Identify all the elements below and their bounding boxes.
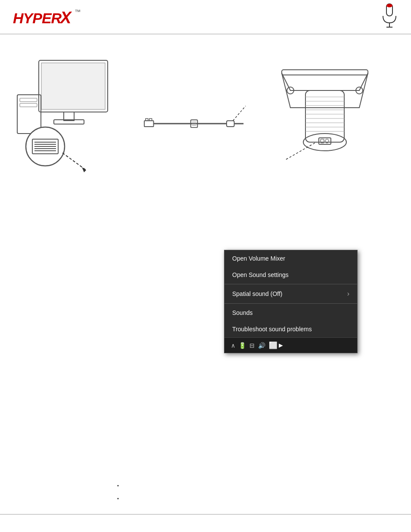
taskbar-network-icon: ⊟	[249, 342, 255, 349]
mic-detail-svg	[269, 56, 381, 185]
menu-item-label: Open Sound settings	[232, 271, 289, 278]
taskbar-chevron-icon: ∧	[231, 342, 235, 349]
taskbar-volume-icon: 🔊	[258, 342, 265, 349]
menu-item-open-sound-settings[interactable]: Open Sound settings	[224, 267, 357, 283]
menu-item-label: Sounds	[232, 309, 252, 316]
svg-rect-31	[227, 121, 234, 127]
cable-area	[142, 43, 269, 207]
svg-text:™: ™	[75, 8, 81, 15]
submenu-arrow-icon: ›	[347, 290, 349, 298]
svg-marker-22	[82, 167, 86, 172]
menu-item-sounds[interactable]: Sounds	[224, 305, 357, 321]
svg-rect-23	[144, 121, 154, 127]
menu-item-open-volume-mixer[interactable]: Open Volume Mixer	[224, 250, 357, 267]
svg-text:HYPER: HYPER	[13, 10, 62, 26]
sound-context-menu: Open Volume Mixer Open Sound settings Sp…	[224, 250, 358, 353]
annotation-dot-1: ·	[116, 478, 120, 492]
svg-text:X: X	[59, 9, 72, 27]
menu-divider-2	[224, 303, 357, 304]
hyperx-logo-svg: HYPER X ™	[13, 6, 82, 28]
svg-rect-8	[41, 63, 105, 109]
svg-rect-34	[282, 70, 368, 75]
menu-item-label: Open Volume Mixer	[232, 255, 285, 262]
annotation-dot-2: ·	[116, 491, 120, 505]
svg-rect-37	[305, 90, 344, 142]
svg-rect-13	[20, 103, 37, 107]
svg-rect-6	[386, 4, 392, 7]
page-header: HYPER X ™	[0, 0, 411, 34]
svg-rect-12	[20, 98, 37, 102]
taskbar-cursor-icon: ⬜►	[269, 341, 284, 349]
header-mic-icon	[381, 3, 398, 31]
footer-divider	[0, 514, 411, 515]
svg-line-51	[286, 142, 316, 159]
mic-illustration	[269, 56, 398, 194]
svg-line-21	[62, 153, 86, 170]
computer-illustration	[13, 52, 142, 198]
menu-item-label: Troubleshoot sound problems	[232, 326, 312, 333]
menu-item-label: Spatial sound (Off)	[232, 290, 282, 297]
computer-svg	[13, 52, 134, 190]
taskbar-battery-icon: 🔋	[239, 342, 246, 349]
menu-item-spatial-sound[interactable]: Spatial sound (Off) ›	[224, 285, 357, 302]
cable-svg	[142, 99, 269, 151]
menu-item-troubleshoot[interactable]: Troubleshoot sound problems	[224, 321, 357, 337]
hyperx-logo: HYPER X ™	[13, 6, 82, 28]
diagram-area	[13, 43, 398, 207]
menu-divider-1	[224, 284, 357, 284]
svg-line-33	[233, 106, 246, 121]
taskbar-strip: ∧ 🔋 ⊟ 🔊 ⬜►	[224, 337, 357, 353]
svg-rect-11	[17, 95, 41, 134]
